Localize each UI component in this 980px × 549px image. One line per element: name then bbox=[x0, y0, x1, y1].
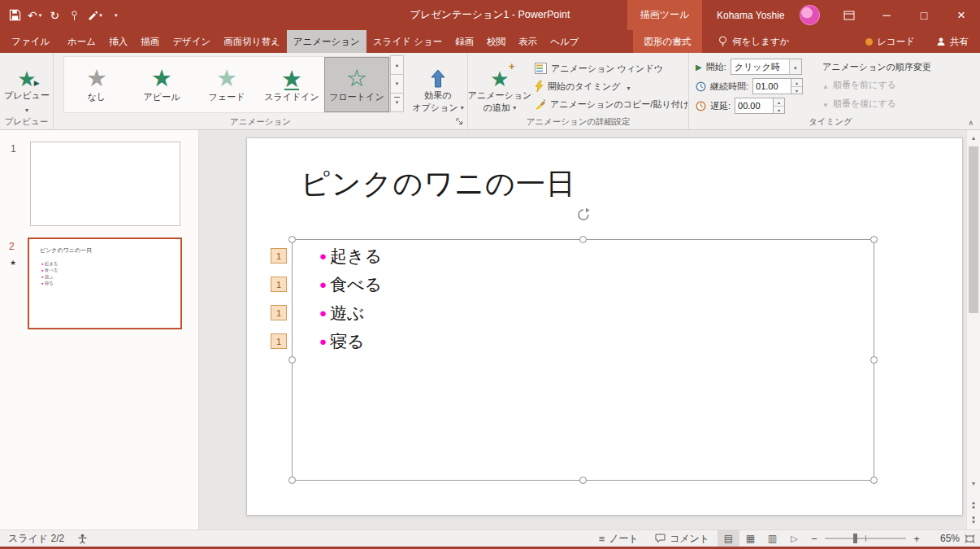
reading-view-button[interactable] bbox=[761, 530, 783, 547]
add-animation-button[interactable]: アニメーション の追加 bbox=[473, 56, 527, 124]
animation-order-badge[interactable]: 1 bbox=[271, 305, 287, 320]
bullet-text[interactable]: 寝る bbox=[330, 330, 365, 353]
slide-thumbnail-2[interactable]: ピンクのワニの一日 起きる 食べる 遊ぶ 寝る bbox=[28, 237, 182, 329]
delay-up-button[interactable] bbox=[774, 98, 784, 106]
bullet-text[interactable]: 食べる bbox=[330, 273, 382, 296]
effect-options-button[interactable]: 効果の オプション bbox=[413, 56, 463, 124]
move-earlier-button[interactable]: 順番を前にする bbox=[822, 79, 896, 91]
animation-painter-button[interactable]: アニメーションのコピー/貼り付け bbox=[531, 95, 692, 113]
start-select[interactable]: クリック時 bbox=[731, 59, 802, 75]
tab-home[interactable]: ホーム bbox=[61, 30, 102, 53]
animation-fade-item[interactable]: ★ フェード bbox=[194, 57, 259, 112]
slide-sorter-button[interactable] bbox=[739, 530, 761, 547]
tab-draw[interactable]: 描画 bbox=[134, 30, 166, 53]
fit-slide-button[interactable] bbox=[965, 534, 975, 544]
comments-button[interactable]: コメント bbox=[647, 530, 718, 547]
gallery-more-button[interactable] bbox=[390, 93, 404, 112]
mini-bullet: 食べる bbox=[41, 268, 58, 273]
redo-button[interactable] bbox=[45, 4, 64, 27]
scroll-up-button[interactable] bbox=[967, 131, 980, 145]
tab-design[interactable]: デザイン bbox=[166, 30, 217, 53]
notes-button[interactable]: ノート bbox=[591, 530, 647, 547]
tab-help[interactable]: ヘルプ bbox=[544, 30, 585, 53]
chevron-down-icon[interactable] bbox=[789, 59, 801, 74]
account-name[interactable]: Kohama Yoshie bbox=[717, 0, 784, 30]
ribbon-display-options-button[interactable] bbox=[830, 0, 868, 30]
record-button[interactable]: レコード bbox=[856, 36, 925, 48]
bullet-text[interactable]: 遊ぶ bbox=[330, 302, 365, 325]
next-slide-button[interactable] bbox=[967, 516, 980, 524]
zoom-slider-thumb[interactable] bbox=[853, 534, 857, 543]
animation-slide-in-item[interactable]: ★ スライドイン bbox=[259, 57, 324, 112]
customize-qat-button[interactable] bbox=[106, 4, 125, 27]
slide-counter[interactable]: スライド 2/2 bbox=[8, 532, 64, 546]
collapse-ribbon-button[interactable] bbox=[968, 119, 973, 127]
content-placeholder[interactable]: 1 ● 起きる 1 ● 食べる 1 ● 遊ぶ 1 ● 寝る bbox=[292, 239, 874, 481]
animation-order-badge[interactable]: 1 bbox=[271, 248, 287, 264]
record-dot-icon bbox=[865, 38, 873, 46]
preview-button[interactable]: プレビュー bbox=[3, 56, 50, 124]
animation-pane-button[interactable]: アニメーション ウィンドウ bbox=[531, 59, 692, 77]
maximize-button[interactable] bbox=[905, 0, 943, 30]
zoom-slider[interactable] bbox=[825, 538, 906, 539]
tab-file[interactable]: ファイル bbox=[0, 30, 61, 53]
duration-row: 継続時間: bbox=[696, 78, 803, 94]
animation-appear-item[interactable]: ★ アピール bbox=[129, 57, 194, 112]
zoom-in-button[interactable] bbox=[908, 533, 926, 545]
gallery-scroll-down-button[interactable] bbox=[390, 74, 404, 94]
scroll-down-button[interactable] bbox=[967, 477, 980, 490]
tab-view[interactable]: 表示 bbox=[512, 30, 544, 53]
tab-shape-format[interactable]: 図形の書式 bbox=[633, 30, 703, 53]
slide-thumbnail-1[interactable] bbox=[30, 142, 180, 226]
tell-me-box[interactable]: 何をしますか bbox=[712, 30, 796, 53]
duration-input[interactable] bbox=[752, 78, 791, 94]
scrollbar-thumb[interactable] bbox=[969, 146, 978, 313]
duration-down-button[interactable] bbox=[791, 86, 802, 94]
gallery-scroll-up-button[interactable] bbox=[390, 55, 404, 75]
bullet-text[interactable]: 起きる bbox=[330, 245, 382, 268]
animation-order-badge[interactable]: 1 bbox=[271, 277, 287, 292]
minimize-button[interactable] bbox=[868, 0, 905, 30]
slide-canvas[interactable]: ピンクのワニの一日 1 ● 起きる 1 ● 食べる bbox=[246, 137, 963, 516]
animation-pane-icon bbox=[535, 63, 547, 74]
accessibility-icon[interactable] bbox=[77, 534, 88, 544]
duration-up-button[interactable] bbox=[791, 79, 802, 86]
avatar[interactable] bbox=[800, 5, 820, 25]
tab-record[interactable]: 録画 bbox=[449, 30, 480, 53]
pen-button[interactable] bbox=[84, 4, 106, 27]
undo-button[interactable] bbox=[24, 4, 45, 27]
previous-slide-button[interactable] bbox=[967, 500, 980, 508]
ribbon-tab-row: ファイル ホーム 挿入 描画 デザイン 画面切り替え アニメーション スライド … bbox=[0, 30, 980, 53]
tab-transitions[interactable]: 画面切り替え bbox=[217, 30, 287, 53]
slideshow-button[interactable] bbox=[783, 530, 805, 547]
reading-view-icon bbox=[768, 533, 777, 544]
star-outline-icon: ☆ bbox=[346, 66, 367, 90]
tab-insert[interactable]: 挿入 bbox=[102, 30, 134, 53]
trigger-button[interactable]: 開始のタイミング bbox=[531, 77, 692, 95]
tab-review[interactable]: 校閲 bbox=[480, 30, 512, 53]
touch-mode-button[interactable] bbox=[64, 4, 84, 27]
resize-handle-bottom-left[interactable] bbox=[288, 477, 296, 484]
share-button[interactable]: 共有 bbox=[925, 36, 980, 48]
normal-view-button[interactable] bbox=[718, 530, 739, 547]
animation-none-item[interactable]: ★ なし bbox=[64, 57, 129, 112]
save-button[interactable] bbox=[5, 4, 24, 27]
delay-down-button[interactable] bbox=[774, 106, 784, 113]
resize-handle-bottom-right[interactable] bbox=[870, 477, 878, 484]
resize-handle-middle-right[interactable] bbox=[870, 356, 878, 364]
resize-handle-bottom-middle[interactable] bbox=[579, 477, 587, 484]
zoom-out-button[interactable] bbox=[805, 533, 823, 545]
zoom-percentage[interactable]: 65% bbox=[929, 533, 960, 544]
slide-title[interactable]: ピンクのワニの一日 bbox=[301, 164, 576, 204]
animation-order-badge[interactable]: 1 bbox=[271, 333, 287, 349]
move-later-button[interactable]: 順番を後にする bbox=[822, 98, 896, 110]
delay-input[interactable] bbox=[735, 98, 773, 114]
tab-slideshow[interactable]: スライド ショー bbox=[366, 30, 449, 53]
save-icon bbox=[9, 9, 21, 21]
resize-handle-middle-left[interactable] bbox=[288, 356, 296, 364]
tab-animations[interactable]: アニメーション bbox=[287, 30, 366, 53]
rotate-handle[interactable] bbox=[576, 207, 591, 225]
close-button[interactable] bbox=[943, 0, 980, 30]
animation-float-in-item[interactable]: ☆ フロートイン bbox=[324, 57, 389, 112]
dialog-launcher-icon[interactable] bbox=[455, 117, 465, 127]
